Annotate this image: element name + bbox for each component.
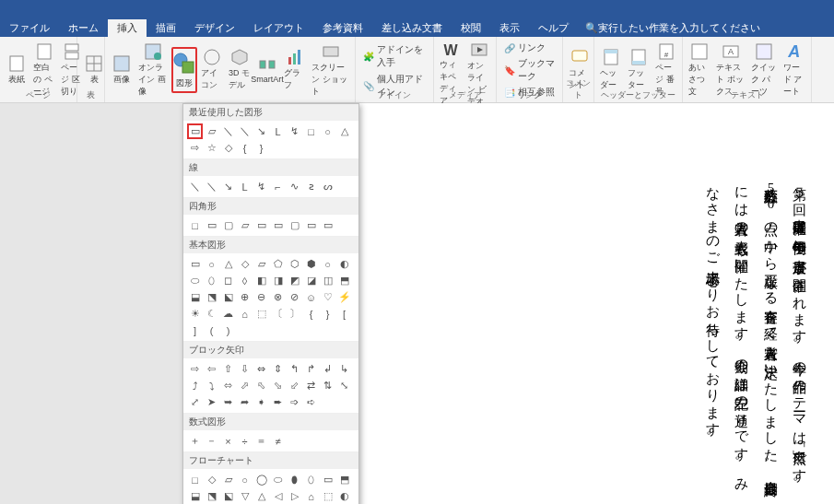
shape-item[interactable]: ⬄ bbox=[220, 378, 236, 393]
shape-item[interactable]: ⌂ bbox=[303, 488, 319, 504]
shape-item[interactable]: ⬯ bbox=[303, 472, 319, 487]
shape-item[interactable]: ➤ bbox=[204, 394, 219, 410]
shape-item[interactable]: ◁ bbox=[270, 488, 286, 504]
shape-item[interactable]: ▭ bbox=[253, 217, 269, 233]
shape-item[interactable]: { bbox=[303, 306, 319, 322]
shape-item[interactable]: ▽ bbox=[237, 488, 253, 504]
shape-item[interactable]: ♡ bbox=[320, 289, 335, 305]
document-body[interactable]: 第５回 書道展開催 毎年恒例の書道展が開催されます。今年の作品のテーマは「自然」… bbox=[698, 177, 814, 490]
shape-item[interactable]: ⬁ bbox=[253, 378, 269, 393]
shapes-button[interactable]: 図形 bbox=[171, 47, 197, 93]
shape-item[interactable]: ➪ bbox=[303, 394, 319, 410]
shape-item[interactable]: 〔 bbox=[270, 306, 286, 322]
shape-item[interactable]: ⌂ bbox=[237, 306, 253, 322]
shape-item[interactable]: ⬮ bbox=[287, 472, 302, 487]
tell-me[interactable]: 🔍 実行したい作業を入力してください bbox=[585, 21, 760, 35]
table-button[interactable]: 表 bbox=[81, 53, 107, 88]
shape-item[interactable]: ＼ bbox=[237, 123, 253, 139]
shape-item[interactable]: ⇅ bbox=[320, 378, 335, 393]
shape-item[interactable]: ○ bbox=[237, 472, 253, 487]
shape-item[interactable]: ⚡ bbox=[336, 289, 352, 305]
shape-item[interactable]: ⊕ bbox=[237, 289, 253, 305]
shape-item[interactable]: ⤢ bbox=[187, 394, 203, 410]
shape-item[interactable]: 〕 bbox=[287, 306, 302, 322]
shape-item[interactable]: ○ bbox=[320, 256, 335, 272]
shape-item[interactable]: ▱ bbox=[220, 472, 236, 487]
shape-item[interactable]: ☾ bbox=[204, 306, 219, 322]
shape-item[interactable]: ↯ bbox=[253, 179, 269, 194]
get-addins-button[interactable]: 🧩アドインを入手 bbox=[359, 42, 429, 70]
shape-item[interactable]: ⬀ bbox=[237, 378, 253, 393]
shape-item[interactable]: ↳ bbox=[336, 361, 352, 377]
shape-item[interactable]: △ bbox=[253, 488, 269, 504]
shape-item[interactable]: ➦ bbox=[237, 394, 253, 410]
shape-item[interactable]: ⬒ bbox=[336, 472, 352, 487]
shape-item[interactable]: ⬚ bbox=[320, 488, 335, 504]
shape-item[interactable]: ◻ bbox=[220, 273, 236, 288]
shape-item[interactable]: ▭ bbox=[320, 217, 335, 233]
shape-item[interactable]: ⇔ bbox=[253, 361, 269, 377]
shape-item[interactable]: ⬓ bbox=[187, 488, 203, 504]
footer-button[interactable]: フッター bbox=[626, 46, 652, 93]
shape-item[interactable]: ) bbox=[220, 322, 236, 338]
shape-item[interactable]: ⬡ bbox=[287, 256, 302, 272]
shape-item[interactable]: ▭ bbox=[204, 217, 219, 233]
shape-item[interactable]: ➥ bbox=[220, 394, 236, 410]
shape-item[interactable]: ▭ bbox=[187, 256, 203, 272]
shape-item[interactable]: ⤡ bbox=[336, 378, 352, 393]
menu-file[interactable]: ファイル bbox=[0, 19, 59, 37]
shape-item[interactable]: ⊘ bbox=[287, 289, 302, 305]
shape-item[interactable]: － bbox=[204, 433, 219, 449]
icons-button[interactable]: アイコン bbox=[199, 46, 225, 93]
smartart-button[interactable]: SmartArt bbox=[254, 53, 280, 86]
cover-page-button[interactable]: 表紙 bbox=[4, 53, 29, 88]
shape-item[interactable]: ◧ bbox=[253, 273, 269, 288]
shape-item[interactable]: ☀ bbox=[187, 306, 203, 322]
shape-item[interactable]: □ bbox=[187, 217, 203, 233]
shape-item[interactable]: □ bbox=[303, 123, 319, 139]
shape-item[interactable]: ⬭ bbox=[187, 273, 203, 288]
shape-item[interactable]: ] bbox=[187, 322, 203, 338]
shape-item[interactable]: ⇨ bbox=[187, 361, 203, 377]
shape-item[interactable]: ▭ bbox=[303, 217, 319, 233]
shape-item[interactable]: ▭ bbox=[187, 123, 203, 139]
shape-item[interactable]: ▢ bbox=[287, 217, 302, 233]
shape-item[interactable]: ≠ bbox=[270, 433, 286, 449]
shape-item[interactable]: × bbox=[220, 433, 236, 449]
shape-item[interactable]: ◨ bbox=[270, 273, 286, 288]
shape-item[interactable]: ↘ bbox=[220, 179, 236, 194]
shape-item[interactable]: ◪ bbox=[303, 273, 319, 288]
shape-item[interactable]: ⊖ bbox=[253, 289, 269, 305]
header-button[interactable]: ヘッダー bbox=[598, 46, 624, 93]
shape-item[interactable]: ↘ bbox=[253, 123, 269, 139]
shape-item[interactable]: ☺ bbox=[303, 289, 319, 305]
menu-draw[interactable]: 描画 bbox=[147, 19, 185, 37]
shape-item[interactable]: ⤵ bbox=[204, 378, 219, 393]
shape-item[interactable]: ↯ bbox=[287, 123, 302, 139]
shape-item[interactable]: { bbox=[237, 140, 253, 156]
shape-item[interactable]: □ bbox=[187, 472, 203, 487]
shape-item[interactable]: ( bbox=[204, 322, 219, 338]
shape-item[interactable]: ◇ bbox=[237, 256, 253, 272]
shape-item[interactable]: ▷ bbox=[287, 488, 302, 504]
menu-review[interactable]: 校閲 bbox=[452, 19, 490, 37]
shape-item[interactable]: ⇧ bbox=[220, 361, 236, 377]
shape-item[interactable]: ▭ bbox=[320, 472, 335, 487]
shape-item[interactable]: ◐ bbox=[336, 256, 352, 272]
shape-item[interactable]: ◯ bbox=[253, 472, 269, 487]
shape-item[interactable]: L bbox=[237, 179, 253, 194]
shape-item[interactable]: ⬃ bbox=[287, 378, 302, 393]
shape-item[interactable]: ↲ bbox=[320, 361, 335, 377]
chart-button[interactable]: グラフ bbox=[282, 46, 308, 93]
link-button[interactable]: 🔗リンク bbox=[500, 41, 558, 55]
menu-mailings[interactable]: 差し込み文書 bbox=[372, 19, 452, 37]
shape-item[interactable]: ∿ bbox=[287, 179, 302, 194]
shape-item[interactable]: ＼ bbox=[187, 179, 203, 194]
picture-button[interactable]: 画像 bbox=[109, 53, 135, 88]
shape-item[interactable]: ⬚ bbox=[253, 306, 269, 322]
menu-layout[interactable]: レイアウト bbox=[244, 19, 313, 37]
shape-item[interactable]: ◐ bbox=[336, 488, 352, 504]
menu-home[interactable]: ホーム bbox=[59, 19, 108, 37]
menu-design[interactable]: デザイン bbox=[185, 19, 244, 37]
shape-item[interactable]: ➨ bbox=[270, 394, 286, 410]
